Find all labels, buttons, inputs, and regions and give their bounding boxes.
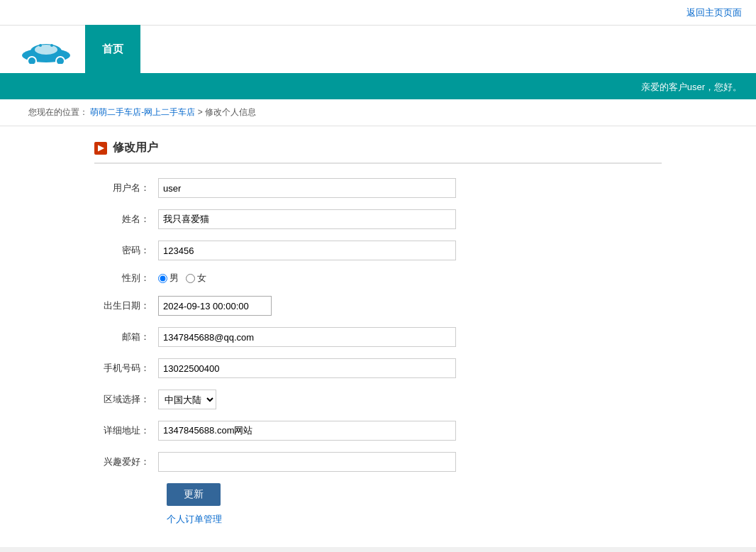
gender-female-label: 女 bbox=[197, 272, 206, 285]
section-heading: 修改用户 bbox=[113, 140, 158, 155]
email-row: 邮箱： bbox=[94, 327, 662, 347]
section-title: ▶ 修改用户 bbox=[94, 140, 662, 164]
address-input[interactable] bbox=[158, 421, 456, 441]
realname-label: 姓名： bbox=[94, 213, 158, 226]
address-row: 详细地址： bbox=[94, 421, 662, 441]
logo-icon bbox=[18, 35, 74, 64]
hobby-input[interactable] bbox=[158, 452, 456, 472]
password-row: 密码： bbox=[94, 241, 662, 260]
update-button[interactable]: 更新 bbox=[167, 483, 221, 506]
birthdate-label: 出生日期： bbox=[94, 299, 158, 312]
gender-label: 性别： bbox=[94, 272, 158, 285]
phone-input[interactable] bbox=[158, 358, 456, 378]
email-label: 邮箱： bbox=[94, 331, 158, 343]
header: 首页 bbox=[0, 26, 756, 75]
gender-male-option[interactable]: 男 bbox=[158, 272, 179, 285]
svg-point-4 bbox=[56, 57, 65, 64]
birthdate-input[interactable] bbox=[158, 296, 272, 316]
breadcrumb-prefix: 您现在的位置： bbox=[28, 107, 88, 117]
username-input[interactable] bbox=[158, 178, 456, 198]
address-label: 详细地址： bbox=[94, 424, 158, 437]
svg-point-3 bbox=[28, 57, 36, 64]
breadcrumb-current: 修改个人信息 bbox=[205, 107, 256, 117]
region-label: 区域选择： bbox=[94, 393, 158, 406]
breadcrumb: 您现在的位置： 萌萌二手车店-网上二手车店 > 修改个人信息 bbox=[0, 99, 756, 126]
gender-female-radio[interactable] bbox=[186, 274, 195, 283]
svg-point-2 bbox=[35, 45, 57, 55]
phone-row: 手机号码： bbox=[94, 358, 662, 378]
main-content: ▶ 修改用户 用户名： 姓名： 密码： 性别： bbox=[0, 126, 756, 547]
realname-row: 姓名： bbox=[94, 209, 662, 229]
username-row: 用户名： bbox=[94, 178, 662, 198]
top-bar: 返回主页页面 bbox=[0, 0, 756, 26]
username-label: 用户名： bbox=[94, 182, 158, 194]
greeting-bar: 亲爱的客户user，您好。 bbox=[0, 75, 756, 99]
gender-female-option[interactable]: 女 bbox=[186, 272, 206, 285]
realname-input[interactable] bbox=[158, 209, 456, 229]
breadcrumb-separator: > bbox=[198, 107, 205, 117]
hobby-row: 兴趣爱好： bbox=[94, 452, 662, 472]
gender-row: 性别： 男 女 bbox=[94, 272, 662, 285]
hobby-label: 兴趣爱好： bbox=[94, 456, 158, 468]
password-input[interactable] bbox=[158, 241, 456, 260]
section-icon: ▶ bbox=[94, 142, 107, 155]
button-row: 更新 bbox=[94, 483, 662, 506]
nav-home-button[interactable]: 首页 bbox=[85, 25, 140, 74]
order-management-link[interactable]: 个人订单管理 bbox=[167, 513, 222, 526]
order-link-row: 个人订单管理 bbox=[94, 513, 662, 526]
email-input[interactable] bbox=[158, 327, 456, 347]
greeting-text: 亲爱的客户user，您好。 bbox=[641, 82, 742, 92]
birthdate-row: 出生日期： bbox=[94, 296, 662, 316]
return-home-link[interactable]: 返回主页页面 bbox=[686, 6, 742, 19]
svg-point-5 bbox=[39, 44, 42, 47]
breadcrumb-shop-link[interactable]: 萌萌二手车店-网上二手车店 bbox=[90, 107, 195, 117]
gender-male-radio[interactable] bbox=[158, 274, 167, 283]
region-select[interactable]: 中国大陆 港澳台 海外 bbox=[158, 390, 216, 409]
gender-male-label: 男 bbox=[169, 272, 179, 285]
phone-label: 手机号码： bbox=[94, 362, 158, 375]
edit-user-form: 用户名： 姓名： 密码： 性别： 男 bbox=[94, 178, 662, 506]
password-label: 密码： bbox=[94, 244, 158, 257]
gender-radio-group: 男 女 bbox=[158, 272, 206, 285]
svg-point-6 bbox=[50, 44, 53, 47]
logo bbox=[14, 32, 78, 67]
form-container: ▶ 修改用户 用户名： 姓名： 密码： 性别： bbox=[94, 140, 662, 526]
region-row: 区域选择： 中国大陆 港澳台 海外 bbox=[94, 390, 662, 409]
